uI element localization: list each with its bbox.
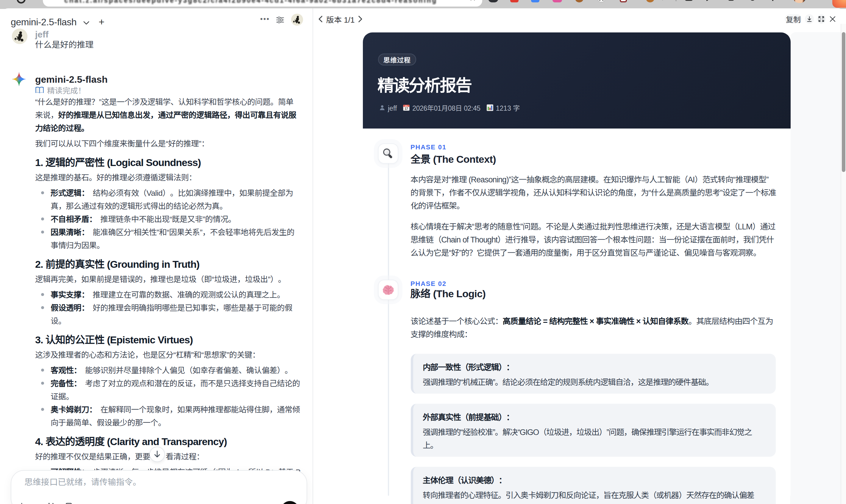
svg-text:JUL: JUL (405, 105, 408, 107)
svg-text:17: 17 (405, 107, 408, 110)
